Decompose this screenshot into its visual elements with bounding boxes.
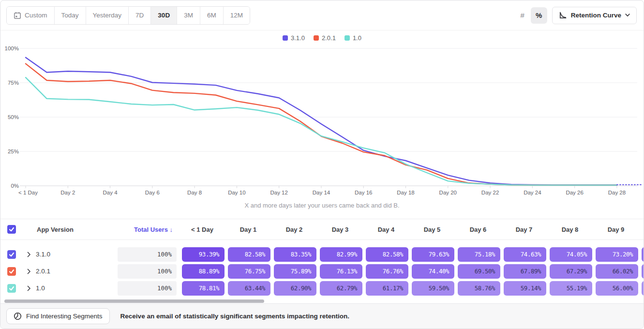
app-version-name: 3.1.0: [36, 251, 50, 258]
expand-chevron-icon[interactable]: [27, 285, 31, 291]
select-all-checkbox[interactable]: [7, 225, 16, 234]
retention-value-pill[interactable]: 63.44%: [228, 281, 270, 296]
retention-value-pill[interactable]: 93.39%: [182, 247, 225, 262]
header-total-users-sort[interactable]: Total Users ↓: [118, 226, 177, 233]
retention-curve-icon: [559, 11, 567, 19]
x-axis-label: Day 4: [103, 190, 118, 195]
row-checkbox[interactable]: [7, 284, 16, 293]
chart-caption: X and more days later your users came ba…: [0, 202, 644, 211]
legend-item[interactable]: 2.0.1: [314, 34, 336, 42]
header-day-column[interactable]: Day 4: [360, 226, 406, 233]
retention-value-pill[interactable]: 88.89%: [182, 264, 225, 279]
retention-value-pill[interactable]: 78.81%: [182, 281, 225, 296]
app-version-name: 2.0.1: [36, 268, 50, 275]
retention-value-pill-clipped[interactable]: [642, 281, 644, 296]
date-range-3m[interactable]: 3M: [177, 7, 200, 24]
date-range-today[interactable]: Today: [54, 7, 86, 24]
check-icon: [9, 226, 15, 232]
find-interesting-segments-button[interactable]: Find Interesting Segments: [6, 308, 110, 324]
retention-value-pill[interactable]: 62.79%: [320, 281, 362, 296]
retention-cell-wrap: 74.05%: [544, 247, 590, 262]
percent-format-button[interactable]: %: [531, 7, 547, 24]
retention-value-pill[interactable]: 67.89%: [504, 264, 546, 279]
header-day-column[interactable]: Day 9: [590, 226, 636, 233]
date-range-30d[interactable]: 30D: [150, 7, 177, 24]
date-range-label: 12M: [230, 12, 243, 19]
date-range-6m[interactable]: 6M: [200, 7, 223, 24]
calendar-icon: [14, 12, 21, 19]
expand-chevron-icon[interactable]: [27, 269, 31, 274]
horizontal-scrollbar-thumb[interactable]: [4, 299, 264, 303]
y-axis-label: 25%: [8, 149, 19, 154]
retention-value-pill[interactable]: 73.20%: [596, 247, 638, 262]
total-users-cell-wrap: 100%: [118, 264, 177, 279]
retention-cell-wrap: 88.89%: [177, 264, 223, 279]
series-line-1.0[interactable]: [26, 77, 617, 185]
header-day-column[interactable]: Day 7: [498, 226, 544, 233]
retention-value-pill[interactable]: 82.58%: [228, 247, 270, 262]
chart-type-dropdown[interactable]: Retention Curve: [552, 7, 637, 24]
series-line-3.1.0[interactable]: [26, 58, 617, 185]
date-range-yesterday[interactable]: Yesterday: [86, 7, 129, 24]
x-axis-label: Day 2: [60, 190, 75, 195]
header-day-column[interactable]: Day 6: [452, 226, 498, 233]
retention-value-pill[interactable]: 75.89%: [274, 264, 316, 279]
retention-cell-overflow: [636, 247, 644, 262]
header-day-column[interactable]: Day 5: [406, 226, 452, 233]
retention-value-pill[interactable]: 82.99%: [320, 247, 362, 262]
row-checkbox[interactable]: [7, 267, 16, 276]
legend-item[interactable]: 3.1.0: [283, 34, 305, 42]
app-version-name: 1.0: [36, 284, 45, 292]
x-axis-label: Day 16: [355, 190, 372, 195]
retention-value-pill[interactable]: 59.14%: [504, 281, 546, 296]
retention-value-pill[interactable]: 82.58%: [366, 247, 408, 262]
retention-value-pill[interactable]: 61.17%: [366, 281, 408, 296]
expand-chevron-icon[interactable]: [27, 252, 31, 257]
total-users-cell: 100%: [118, 264, 177, 279]
retention-cell-wrap: 63.44%: [223, 281, 269, 296]
retention-value-pill[interactable]: 56.00%: [596, 281, 638, 296]
retention-cell-wrap: 76.75%: [223, 264, 269, 279]
retention-value-pill-clipped[interactable]: [642, 264, 644, 279]
retention-value-pill[interactable]: 62.90%: [274, 281, 316, 296]
retention-value-pill[interactable]: 66.02%: [596, 264, 638, 279]
footer-bar: Find Interesting Segments Receive an ema…: [0, 303, 644, 329]
retention-value-pill[interactable]: 55.19%: [550, 281, 592, 296]
retention-value-pill[interactable]: 69.50%: [458, 264, 500, 279]
header-day-column[interactable]: Day 8: [544, 226, 590, 233]
retention-cell-wrap: 58.76%: [452, 281, 498, 296]
header-day-column[interactable]: < 1 Day: [177, 226, 223, 233]
x-axis-label: Day 18: [397, 190, 414, 195]
retention-value-pill-clipped[interactable]: [642, 247, 644, 262]
horizontal-scrollbar-track[interactable]: [4, 299, 641, 303]
header-day-column[interactable]: Day 1: [223, 226, 269, 233]
check-icon: [9, 269, 15, 274]
y-axis-label: 100%: [5, 45, 19, 51]
toolbar-right: # % Retention Curve: [514, 7, 637, 24]
retention-value-pill[interactable]: 76.13%: [320, 264, 362, 279]
retention-value-pill[interactable]: 59.50%: [412, 281, 454, 296]
legend-item[interactable]: 1.0: [344, 34, 361, 42]
retention-value-pill[interactable]: 58.76%: [458, 281, 500, 296]
retention-value-pill[interactable]: 74.05%: [550, 247, 592, 262]
retention-value-pill[interactable]: 74.63%: [504, 247, 546, 262]
retention-cell-wrap: 59.50%: [406, 281, 452, 296]
absolute-format-button[interactable]: #: [514, 7, 531, 24]
date-range-12m[interactable]: 12M: [223, 7, 250, 24]
retention-cell-wrap: 73.20%: [590, 247, 636, 262]
row-checkbox[interactable]: [7, 250, 16, 259]
date-range-custom[interactable]: Custom: [7, 7, 54, 24]
date-range-7d[interactable]: 7D: [128, 7, 150, 24]
retention-value-pill[interactable]: 75.18%: [458, 247, 500, 262]
retention-cell-wrap: 56.00%: [590, 281, 636, 296]
retention-value-pill[interactable]: 76.75%: [228, 264, 270, 279]
retention-value-pill[interactable]: 79.63%: [412, 247, 454, 262]
retention-value-pill[interactable]: 74.40%: [412, 264, 454, 279]
retention-value-pill[interactable]: 67.29%: [550, 264, 592, 279]
retention-cell-overflow: [636, 281, 644, 296]
retention-value-pill[interactable]: 76.76%: [366, 264, 408, 279]
header-day-column[interactable]: Day 2: [269, 226, 315, 233]
x-axis-label: Day 28: [608, 190, 626, 195]
retention-value-pill[interactable]: 83.35%: [274, 247, 316, 262]
header-day-column[interactable]: Day 3: [315, 226, 360, 233]
